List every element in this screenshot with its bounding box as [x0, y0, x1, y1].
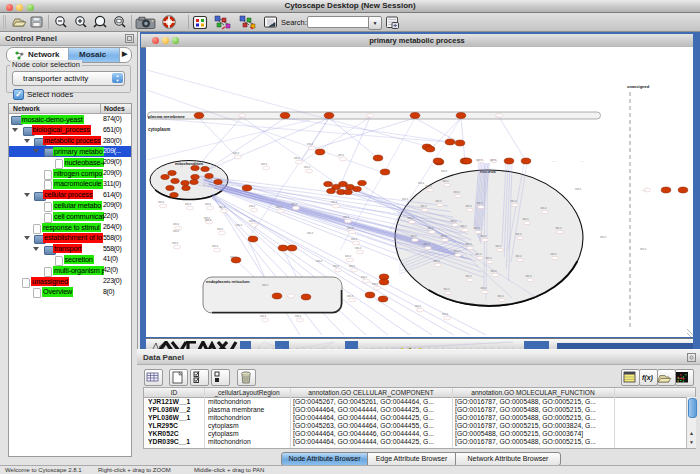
svg-text:xxx-x: xxx-x — [173, 230, 180, 233]
svg-text:xxx-x: xxx-x — [451, 220, 458, 223]
svg-text:cytoplasm: cytoplasm — [148, 127, 170, 132]
svg-text:xxx-x: xxx-x — [415, 305, 422, 308]
svg-text:xxx-x: xxx-x — [526, 275, 533, 278]
svg-text:xxx-x: xxx-x — [333, 265, 340, 268]
svg-text:.. ..: .. .. — [580, 160, 584, 163]
svg-text:...: ... — [496, 115, 498, 118]
svg-text:xxx-x: xxx-x — [347, 227, 354, 230]
svg-text:xxx-x: xxx-x — [338, 154, 345, 157]
svg-text:xxx-x: xxx-x — [262, 284, 269, 287]
svg-text:...: ... — [203, 183, 205, 186]
svg-text:xxx-x: xxx-x — [477, 202, 484, 205]
svg-text:xxx-x: xxx-x — [523, 218, 530, 221]
svg-text:xxx-x: xxx-x — [343, 216, 350, 219]
svg-text:xxx-x: xxx-x — [294, 157, 301, 160]
svg-text:xxx-x: xxx-x — [173, 223, 180, 226]
svg-text:xxx-x: xxx-x — [230, 256, 237, 259]
svg-text:xxx-x: xxx-x — [511, 200, 518, 203]
svg-text:xxx-x: xxx-x — [291, 203, 298, 206]
svg-text:xxx-x: xxx-x — [307, 143, 314, 146]
svg-text:xxx-x: xxx-x — [575, 188, 582, 191]
svg-text:xxx-x: xxx-x — [217, 228, 224, 231]
svg-text:xxx-x: xxx-x — [261, 163, 268, 166]
svg-text:xxx-x: xxx-x — [260, 315, 267, 318]
svg-text:xxx-x: xxx-x — [402, 198, 409, 201]
svg-text:xxx-x: xxx-x — [421, 205, 428, 208]
svg-text:...: ... — [287, 295, 289, 298]
svg-text:xxx-x: xxx-x — [496, 245, 503, 248]
svg-text:xxx-x: xxx-x — [185, 203, 192, 206]
svg-text:...: ... — [239, 115, 241, 118]
svg-text:xxx-x: xxx-x — [295, 315, 302, 318]
svg-text:xxx-x: xxx-x — [276, 206, 283, 209]
svg-text:xxx-x: xxx-x — [454, 191, 461, 194]
svg-text:xxx-x: xxx-x — [556, 227, 563, 230]
svg-text:xxx-x: xxx-x — [498, 295, 505, 298]
svg-text:xxx-x: xxx-x — [347, 295, 354, 298]
svg-text:endoplasmic reticulum: endoplasmic reticulum — [206, 279, 250, 284]
svg-text:xxx-x: xxx-x — [316, 260, 323, 263]
svg-text:xxx-x: xxx-x — [355, 247, 362, 250]
svg-text:xxx-x: xxx-x — [172, 242, 179, 245]
svg-text:unassigned: unassigned — [627, 84, 650, 89]
svg-text:xxx-x: xxx-x — [600, 236, 607, 239]
svg-text:...: ... — [195, 170, 197, 173]
svg-text:xxx-x: xxx-x — [349, 265, 356, 268]
svg-text:xxx-x: xxx-x — [424, 243, 431, 246]
svg-text:xxx-x: xxx-x — [411, 235, 418, 238]
svg-text:xxx-x: xxx-x — [212, 245, 219, 248]
svg-text:xxx-x: xxx-x — [304, 166, 311, 169]
svg-text:xxx-x: xxx-x — [236, 224, 243, 227]
svg-text:xxx-x: xxx-x — [444, 288, 451, 291]
svg-text:... ..: ... .. — [552, 160, 557, 163]
svg-text:xxx-x: xxx-x — [418, 182, 425, 185]
svg-text:xxx-x: xxx-x — [516, 255, 523, 258]
svg-text:plasma membrane: plasma membrane — [148, 114, 185, 119]
svg-text:xxx-x: xxx-x — [481, 287, 488, 290]
svg-text:...: ... — [180, 165, 182, 168]
svg-text:...: ... — [187, 191, 189, 194]
svg-text:xxx-x: xxx-x — [476, 253, 483, 256]
svg-text:xxx-x: xxx-x — [219, 206, 226, 209]
svg-text:xxx-x: xxx-x — [158, 201, 165, 204]
svg-text:xxx-x: xxx-x — [454, 250, 461, 253]
svg-text:xxx-x: xxx-x — [205, 219, 212, 222]
svg-text:xxx-x: xxx-x — [466, 275, 473, 278]
svg-text:xxx-x: xxx-x — [481, 235, 488, 238]
svg-text:xxx-x: xxx-x — [441, 235, 448, 238]
svg-text:xxx-x: xxx-x — [640, 248, 647, 251]
svg-text:xxx-x: xxx-x — [476, 159, 483, 162]
svg-text:xxx-x: xxx-x — [551, 253, 558, 256]
svg-text:xxx-x: xxx-x — [434, 260, 441, 263]
svg-text:xxx-x: xxx-x — [426, 185, 433, 188]
svg-text:xxx-x: xxx-x — [441, 170, 448, 173]
svg-text:xxx-x: xxx-x — [490, 159, 497, 162]
svg-text:xxx-x: xxx-x — [516, 233, 523, 236]
svg-text:...: ... — [177, 177, 179, 180]
svg-text:xxx-x: xxx-x — [307, 232, 314, 235]
svg-text:...: ... — [367, 115, 369, 118]
svg-text:xxx-x: xxx-x — [474, 227, 481, 230]
svg-text:xxx-x: xxx-x — [436, 200, 443, 203]
svg-text:xxx-x: xxx-x — [541, 207, 548, 210]
svg-text:xxx-x: xxx-x — [249, 205, 256, 208]
svg-text:xxx-x: xxx-x — [249, 220, 256, 223]
svg-text:xxx-x: xxx-x — [486, 257, 493, 260]
svg-text:f(x): f(x) — [642, 374, 654, 382]
svg-text:xxx-x: xxx-x — [461, 225, 468, 228]
svg-text:... ..: ... .. — [642, 189, 647, 192]
svg-text:xxx-x: xxx-x — [466, 205, 473, 208]
svg-text:xxx-x: xxx-x — [428, 227, 435, 230]
svg-text:xxx-x: xxx-x — [442, 313, 449, 316]
svg-text:xxx-x: xxx-x — [443, 180, 450, 183]
svg-text:xxx-x: xxx-x — [331, 201, 338, 204]
svg-text:xxx-x: xxx-x — [372, 283, 379, 286]
svg-text:...: ... — [172, 189, 174, 192]
svg-text:xxx-x: xxx-x — [233, 152, 240, 155]
svg-text:xxx-x: xxx-x — [345, 255, 352, 258]
svg-text:xxx-x: xxx-x — [361, 276, 368, 279]
svg-text:xxx-x: xxx-x — [491, 270, 498, 273]
svg-text:xxx-x: xxx-x — [408, 217, 415, 220]
svg-text:xxx-x: xxx-x — [205, 203, 212, 206]
svg-text:xxx-x: xxx-x — [466, 243, 473, 246]
